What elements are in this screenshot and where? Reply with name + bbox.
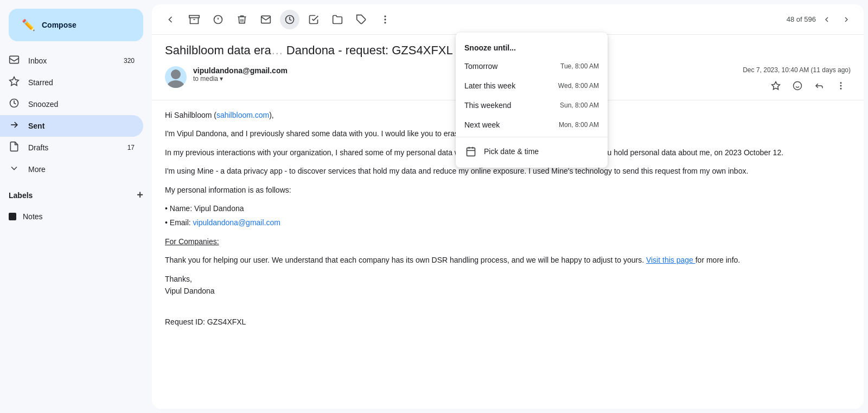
- compose-pencil-icon: ✏️: [22, 18, 35, 31]
- trash-button[interactable]: [232, 10, 252, 29]
- sidebar-item-drafts[interactable]: Drafts 17: [0, 137, 143, 158]
- archive-button[interactable]: [184, 10, 204, 29]
- companies-header: For Companies:: [165, 236, 851, 247]
- sent-label: Sent: [28, 122, 135, 130]
- visit-page-link[interactable]: Visit this page: [646, 256, 695, 264]
- snooze-pick-label: Pick date & time: [484, 147, 539, 156]
- starred-label: Starred: [28, 78, 135, 87]
- svg-point-20: [794, 82, 802, 90]
- star-email-button[interactable]: [766, 76, 786, 96]
- report-spam-button[interactable]: [208, 10, 228, 29]
- svg-rect-0: [10, 56, 19, 63]
- reply-button[interactable]: [809, 76, 829, 96]
- snooze-tomorrow[interactable]: Tomorrow Tue, 8:00 AM: [456, 56, 608, 76]
- svg-point-17: [171, 69, 181, 79]
- add-label-button[interactable]: +: [137, 189, 143, 201]
- sender-avatar: [165, 66, 187, 88]
- svg-point-10: [385, 16, 386, 17]
- snooze-divider: [456, 137, 608, 137]
- svg-rect-3: [189, 15, 199, 17]
- pagination-text: 48 of 596: [787, 15, 816, 23]
- svg-marker-19: [772, 82, 780, 90]
- snooze-button[interactable]: [280, 10, 299, 29]
- companies-paragraph: Thank you for helping our user. We under…: [165, 254, 851, 266]
- main-content: Snooze until... Tomorrow Tue, 8:00 AM La…: [152, 4, 864, 409]
- snoozed-icon: [9, 98, 20, 111]
- inbox-icon: [9, 54, 20, 68]
- email-timestamp: Dec 7, 2023, 10:40 AM (11 days ago): [743, 66, 851, 74]
- starred-icon: [9, 76, 20, 90]
- inbox-label: Inbox: [28, 56, 115, 65]
- request-id: Request ID: GZS4XFXL: [165, 316, 851, 328]
- inbox-count: 320: [124, 57, 135, 65]
- snooze-nextweek-label: Next week: [464, 120, 500, 129]
- snooze-nextweek-time: Mon, 8:00 AM: [559, 121, 599, 129]
- sent-icon: [9, 119, 20, 133]
- email-toolbar: Snooze until... Tomorrow Tue, 8:00 AM La…: [152, 4, 864, 35]
- personal-info-label: My personal information is as follows:: [165, 184, 851, 196]
- sahilbloom-link[interactable]: sahilbloom.com: [216, 111, 269, 119]
- email-item: Email: vipuldandona@gmail.com: [165, 217, 851, 228]
- sidebar-item-starred[interactable]: Starred: [0, 72, 143, 93]
- more-label: More: [28, 165, 135, 174]
- drafts-count: 17: [127, 144, 135, 151]
- email-link[interactable]: vipuldandona@gmail.com: [193, 218, 280, 227]
- labels-header: Labels +: [0, 185, 152, 206]
- sign-off: Thanks,Vipul Dandona: [165, 273, 851, 297]
- sender-email: vipuldandona@gmail.com: [193, 66, 288, 75]
- more-actions-button[interactable]: [375, 10, 395, 29]
- to-dropdown-arrow[interactable]: ▾: [220, 75, 223, 82]
- compose-label: Compose: [42, 21, 76, 29]
- next-email-button[interactable]: [838, 11, 855, 28]
- move-to-button[interactable]: [328, 10, 347, 29]
- snoozed-label: Snoozed: [28, 100, 135, 109]
- svg-point-23: [840, 82, 841, 84]
- drafts-icon: [9, 141, 20, 155]
- snooze-dropdown: Snooze until... Tomorrow Tue, 8:00 AM La…: [456, 33, 608, 168]
- label-as-button[interactable]: [352, 10, 371, 29]
- snooze-tomorrow-label: Tomorrow: [464, 62, 497, 71]
- svg-point-11: [385, 19, 386, 20]
- pagination: 48 of 596: [787, 11, 855, 28]
- emoji-react-button[interactable]: [788, 76, 807, 96]
- notes-label-text: Notes: [23, 212, 43, 221]
- more-email-button[interactable]: [831, 76, 851, 96]
- email-subject-text: Sahilbloom data era… Dandona - request: …: [165, 43, 453, 57]
- labels-title: Labels: [9, 191, 33, 200]
- add-to-tasks-button[interactable]: [304, 10, 323, 29]
- snooze-this-weekend[interactable]: This weekend Sun, 8:00 AM: [456, 96, 608, 115]
- svg-rect-13: [467, 148, 475, 156]
- more-chevron-icon: [9, 163, 20, 176]
- sidebar: ✏️ Compose Inbox 320: [0, 0, 152, 413]
- name-item: Name: Vipul Dandona: [165, 202, 851, 214]
- labels-section: Labels + Notes: [0, 185, 152, 227]
- sidebar-item-snoozed[interactable]: Snoozed: [0, 93, 143, 115]
- svg-marker-1: [10, 77, 19, 85]
- svg-point-18: [167, 80, 184, 88]
- snooze-weekend-label: This weekend: [464, 101, 511, 110]
- mark-unread-button[interactable]: [256, 10, 276, 29]
- sidebar-item-inbox[interactable]: Inbox 320: [0, 50, 143, 72]
- snooze-tomorrow-time: Tue, 8:00 AM: [560, 62, 599, 70]
- calendar-icon: [464, 145, 477, 158]
- sidebar-item-sent[interactable]: Sent: [0, 115, 143, 137]
- timestamp-text: Dec 7, 2023, 10:40 AM (11 days ago): [743, 66, 851, 74]
- snooze-pick-datetime[interactable]: Pick date & time: [456, 139, 608, 163]
- snooze-later-time: Wed, 8:00 AM: [558, 82, 599, 90]
- sidebar-item-more[interactable]: More: [0, 158, 143, 180]
- svg-point-25: [840, 88, 841, 90]
- prev-email-button[interactable]: [818, 11, 835, 28]
- drafts-label: Drafts: [28, 143, 119, 152]
- snooze-later-label: Later this week: [464, 81, 515, 90]
- back-button[interactable]: [161, 10, 180, 29]
- snooze-later-this-week[interactable]: Later this week Wed, 8:00 AM: [456, 76, 608, 96]
- snooze-next-week[interactable]: Next week Mon, 8:00 AM: [456, 115, 608, 135]
- personal-info-list: Name: Vipul Dandona Email: vipuldandona@…: [165, 202, 851, 229]
- svg-point-12: [385, 22, 386, 23]
- svg-point-24: [840, 85, 841, 86]
- snooze-dropdown-title: Snooze until...: [456, 37, 608, 56]
- snooze-weekend-time: Sun, 8:00 AM: [560, 101, 599, 109]
- sidebar-item-notes[interactable]: Notes: [0, 206, 143, 227]
- compose-button[interactable]: ✏️ Compose: [9, 9, 143, 41]
- nav-list: Inbox 320 Starred: [0, 50, 152, 180]
